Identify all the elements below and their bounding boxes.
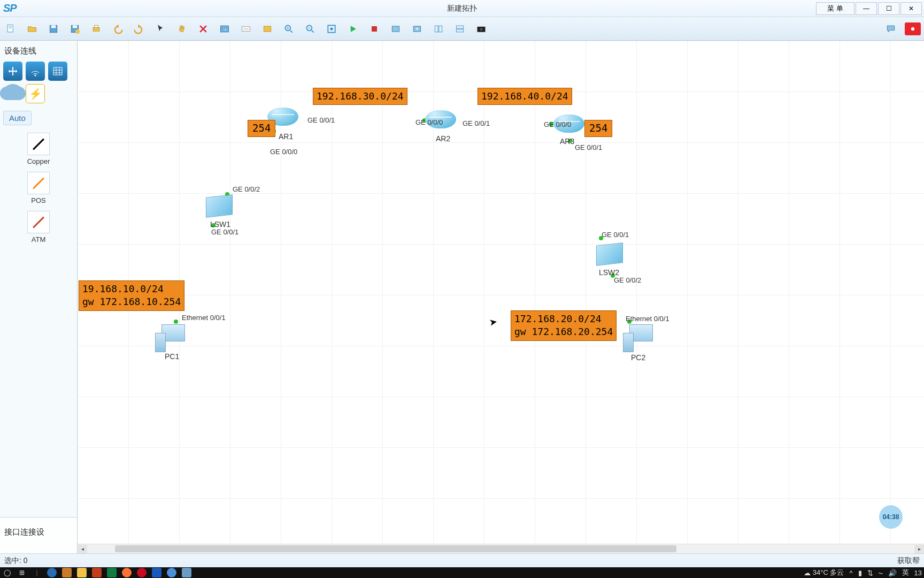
- taskbar-app-2[interactable]: [62, 568, 72, 577]
- taskbar-app-excel[interactable]: [107, 568, 117, 577]
- tray-clock[interactable]: 13: [914, 569, 922, 577]
- pan-tool-button[interactable]: [174, 21, 189, 36]
- palette-button[interactable]: [260, 21, 275, 36]
- scroll-thumb[interactable]: [115, 545, 676, 552]
- zoom-out-button[interactable]: [303, 21, 318, 36]
- device-category-firewall[interactable]: [48, 62, 67, 81]
- maximize-button[interactable]: ☐: [878, 2, 899, 15]
- device-category-wlan[interactable]: [26, 62, 45, 81]
- capture2-button[interactable]: [410, 21, 425, 36]
- scroll-left-arrow[interactable]: ◂: [78, 545, 87, 553]
- annotation-net40[interactable]: 192.168.40.0/24: [478, 88, 572, 105]
- svg-point-24: [480, 28, 483, 31]
- status-area: 选中: 0 获取帮 ◯ ⊞ | ☁ 34°C 多云 ^ ▮ ⇅ ⏦ 🔊 英 13: [0, 553, 924, 578]
- scroll-right-arrow[interactable]: ▸: [914, 545, 924, 553]
- start-button[interactable]: [345, 21, 360, 36]
- taskbar-app-firefox[interactable]: [122, 568, 132, 577]
- pointer-tool-button[interactable]: [153, 21, 168, 36]
- tray-up-icon[interactable]: ^: [849, 569, 852, 577]
- node-pc1[interactable]: [155, 324, 185, 352]
- link-auto-chip[interactable]: Auto: [3, 111, 32, 125]
- undo-button[interactable]: [110, 21, 125, 36]
- svg-rect-19: [435, 26, 438, 32]
- tray-network-icon[interactable]: ⇅: [867, 569, 873, 577]
- minimize-button[interactable]: —: [856, 2, 877, 15]
- title-bar: SP 新建拓扑 菜 单 — ☐ ✕: [0, 0, 924, 17]
- new-file-button[interactable]: [3, 21, 18, 36]
- layout1-button[interactable]: [431, 21, 446, 36]
- tray-battery-icon[interactable]: ▮: [858, 569, 862, 577]
- close-button[interactable]: ✕: [900, 2, 922, 15]
- capture1-button[interactable]: [388, 21, 403, 36]
- device-category-row: [0, 58, 77, 83]
- port-label: GE 0/0/1: [307, 116, 335, 124]
- svg-rect-4: [73, 25, 77, 28]
- huawei-logo: [905, 22, 921, 35]
- port-label: GE 0/0/1: [463, 119, 490, 127]
- save-as-button[interactable]: [67, 21, 82, 36]
- taskbar-app-powerpoint[interactable]: [92, 568, 102, 577]
- annotation-pc1net[interactable]: 19.168.10.0/24 gw 172.168.10.254: [79, 280, 184, 311]
- delete-tool-button[interactable]: [196, 21, 211, 36]
- node-pc2[interactable]: [623, 324, 653, 352]
- task-view-icon[interactable]: ⊞: [17, 568, 27, 577]
- svg-rect-0: [7, 25, 13, 32]
- device-category-cloud[interactable]: [3, 84, 22, 100]
- tray-weather[interactable]: ☁ 34°C 多云: [804, 568, 844, 577]
- link-type-list: Copper POS ATM: [0, 127, 77, 249]
- annotation-254-right[interactable]: 254: [584, 120, 612, 137]
- link-type-pos[interactable]: POS: [0, 169, 77, 208]
- open-file-button[interactable]: [25, 21, 40, 36]
- topology-links: [78, 41, 238, 121]
- node-lsw1-label: LSW1: [210, 220, 230, 229]
- link-type-copper[interactable]: Copper: [0, 130, 77, 169]
- print-button[interactable]: [89, 21, 104, 36]
- chat-button[interactable]: [883, 21, 898, 36]
- node-ar1-label: AR1: [279, 132, 293, 141]
- annotation-254-left[interactable]: 254: [248, 120, 275, 137]
- tray-wifi-icon[interactable]: ⏦: [879, 569, 883, 577]
- annotation-pc2net[interactable]: 172.168.20.0/24 gw 172.168.20.254: [511, 310, 617, 341]
- layout2-button[interactable]: [452, 21, 467, 36]
- port-label: GE 0/0/2: [233, 185, 260, 193]
- stop-button[interactable]: [367, 21, 382, 36]
- toolbar: [0, 17, 924, 41]
- tray-volume-icon[interactable]: 🔊: [888, 569, 897, 577]
- menu-button[interactable]: 菜 单: [816, 2, 854, 15]
- link-type-atm[interactable]: ATM: [0, 208, 77, 247]
- taskbar-app-1[interactable]: [47, 568, 57, 577]
- node-lsw1[interactable]: [206, 196, 233, 218]
- device-category-link[interactable]: ⚡: [26, 84, 45, 103]
- save-button[interactable]: [46, 21, 61, 36]
- zoom-in-button[interactable]: [281, 21, 296, 36]
- svg-rect-8: [221, 26, 229, 32]
- tray-ime[interactable]: 英: [902, 568, 909, 577]
- start-icon[interactable]: ◯: [2, 568, 12, 577]
- svg-rect-26: [53, 67, 62, 75]
- taskbar-app-explorer[interactable]: [77, 568, 87, 577]
- topology-canvas[interactable]: AR1 AR2 AR3 LSW1 LSW2 PC1 PC2 GE 0/0/1 G…: [78, 41, 924, 544]
- taskbar-app-music[interactable]: [137, 568, 147, 577]
- port-label: GE 0/0/1: [211, 228, 238, 236]
- text-tool-button[interactable]: [238, 21, 253, 36]
- svg-rect-2: [51, 25, 56, 28]
- cli-button[interactable]: [217, 21, 232, 36]
- svg-point-18: [416, 28, 418, 29]
- help-link[interactable]: 获取帮: [897, 556, 920, 566]
- node-lsw2[interactable]: [596, 244, 623, 267]
- windows-taskbar: ◯ ⊞ | ☁ 34°C 多云 ^ ▮ ⇅ ⏦ 🔊 英 13: [0, 567, 924, 578]
- svg-point-25: [35, 75, 36, 77]
- annotation-net30[interactable]: 192.168.30.0/24: [313, 88, 407, 105]
- screenshot-button[interactable]: [474, 21, 489, 36]
- panel-hint: 接口连接设: [0, 517, 77, 553]
- taskbar-app-browser[interactable]: [167, 568, 176, 577]
- horizontal-scrollbar[interactable]: ◂ ▸: [78, 544, 924, 553]
- device-category-row2: ⚡: [0, 83, 77, 108]
- fit-button[interactable]: [324, 21, 339, 36]
- device-category-router[interactable]: [3, 62, 22, 81]
- redo-button[interactable]: [132, 21, 147, 36]
- port-label: GE 0/0/2: [614, 276, 641, 284]
- taskbar-app-ensp[interactable]: [182, 568, 191, 577]
- taskbar-app-word[interactable]: [152, 568, 161, 577]
- node-ar2-label: AR2: [436, 134, 450, 143]
